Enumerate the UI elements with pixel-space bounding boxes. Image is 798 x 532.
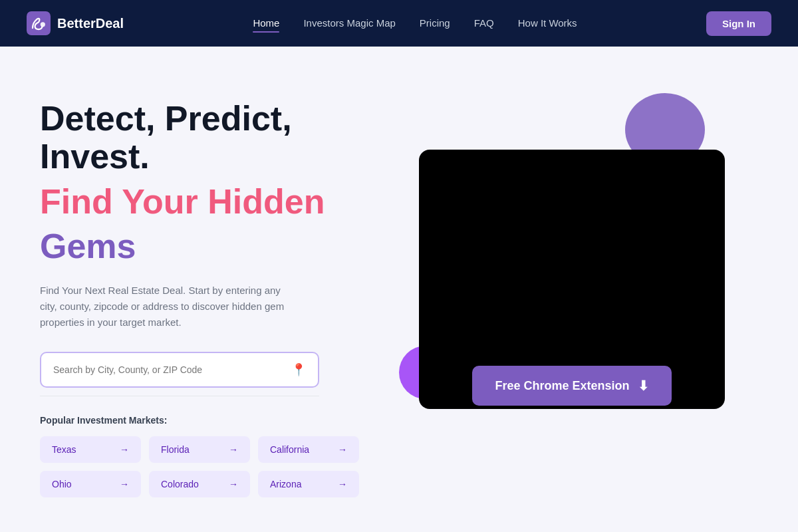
- market-btn-colorado[interactable]: Colorado →: [149, 471, 250, 497]
- nav-links: Home Investors Magic Map Pricing FAQ How…: [253, 17, 577, 29]
- hero-subtitle: Find Your Next Real Estate Deal. Start b…: [40, 283, 293, 331]
- sign-in-button[interactable]: Sign In: [706, 11, 771, 36]
- popular-label: Popular Investment Markets:: [40, 415, 359, 426]
- nav-link-how-it-works[interactable]: How It Works: [518, 17, 577, 29]
- hero-left: Detect, Predict, Invest. Find Your Hidde…: [40, 86, 359, 497]
- location-icon: 📍: [291, 362, 306, 377]
- headline-line1: Detect, Predict, Invest.: [40, 100, 359, 176]
- search-divider: [40, 396, 319, 396]
- headline-line2: Find Your Hidden: [40, 182, 325, 221]
- navbar: BetterDeal Home Investors Magic Map Pric…: [0, 0, 798, 47]
- hero-right: Free Chrome Extension ⬇: [386, 86, 758, 452]
- nav-link-faq[interactable]: FAQ: [474, 17, 494, 29]
- chrome-extension-button[interactable]: Free Chrome Extension ⬇: [472, 366, 672, 406]
- market-btn-texas[interactable]: Texas →: [40, 436, 141, 463]
- svg-rect-0: [27, 11, 51, 35]
- arrow-icon: →: [229, 479, 238, 489]
- arrow-icon: →: [229, 444, 238, 455]
- logo-text: BetterDeal: [57, 16, 124, 31]
- search-box[interactable]: 📍: [40, 352, 319, 388]
- nav-link-magic-map[interactable]: Investors Magic Map: [303, 17, 395, 29]
- nav-link-pricing[interactable]: Pricing: [420, 17, 450, 29]
- arrow-icon: →: [120, 479, 129, 489]
- arrow-icon: →: [120, 444, 129, 455]
- nav-item-faq[interactable]: FAQ: [474, 17, 494, 29]
- nav-item-home[interactable]: Home: [253, 17, 279, 29]
- market-btn-california[interactable]: California →: [258, 436, 359, 463]
- arrow-icon: →: [338, 444, 347, 455]
- search-input[interactable]: [53, 364, 285, 375]
- market-grid: Texas → Florida → California → Ohio → Co…: [40, 436, 359, 497]
- svg-point-1: [41, 22, 45, 27]
- nav-item-magic-map[interactable]: Investors Magic Map: [303, 17, 395, 29]
- nav-item-pricing[interactable]: Pricing: [420, 17, 450, 29]
- logo[interactable]: BetterDeal: [27, 11, 124, 35]
- arrow-icon: →: [338, 479, 347, 489]
- headline-line3: Gems: [40, 227, 136, 265]
- download-icon: ⬇: [638, 378, 649, 394]
- market-btn-florida[interactable]: Florida →: [149, 436, 250, 463]
- market-btn-ohio[interactable]: Ohio →: [40, 471, 141, 497]
- market-btn-arizona[interactable]: Arizona →: [258, 471, 359, 497]
- nav-link-home[interactable]: Home: [253, 17, 279, 29]
- main-content: Detect, Predict, Invest. Find Your Hidde…: [0, 47, 798, 532]
- nav-item-how-it-works[interactable]: How It Works: [518, 17, 577, 29]
